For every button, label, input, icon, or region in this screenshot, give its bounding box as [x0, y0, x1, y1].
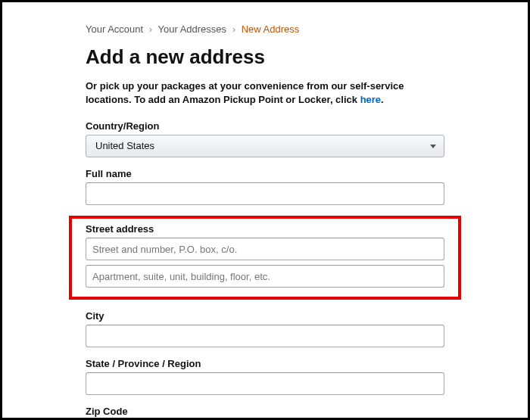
country-label: Country/Region	[86, 120, 444, 132]
city-field: City	[86, 310, 444, 347]
breadcrumb-current: New Address	[242, 23, 300, 35]
country-value: United States	[95, 140, 154, 151]
country-select[interactable]: United States	[86, 135, 444, 157]
street-field: Street address	[86, 223, 444, 288]
fullname-input[interactable]	[86, 182, 444, 205]
breadcrumb: Your Account › Your Addresses › New Addr…	[86, 23, 444, 35]
chevron-right-icon: ›	[232, 23, 235, 35]
fullname-field: Full name	[86, 168, 444, 205]
breadcrumb-item-account[interactable]: Your Account	[86, 23, 143, 35]
pickup-subtext: Or pick up your packages at your conveni…	[86, 79, 444, 107]
state-label: State / Province / Region	[86, 358, 444, 369]
city-label: City	[86, 310, 444, 322]
chevron-right-icon: ›	[149, 23, 152, 35]
zip-field: Zip Code	[86, 406, 444, 420]
country-field: Country/Region United States	[86, 120, 444, 157]
city-input[interactable]	[86, 325, 444, 347]
state-input[interactable]	[86, 372, 444, 395]
street-line2-input[interactable]	[86, 265, 444, 288]
fullname-label: Full name	[86, 168, 444, 179]
street-highlight: Street address	[69, 216, 461, 300]
page-title: Add a new address	[86, 45, 444, 69]
breadcrumb-item-addresses[interactable]: Your Addresses	[158, 23, 227, 35]
pickup-link[interactable]: here	[360, 94, 381, 105]
state-field: State / Province / Region	[86, 358, 444, 395]
zip-label: Zip Code	[86, 406, 444, 417]
street-line1-input[interactable]	[86, 238, 444, 260]
street-label: Street address	[86, 223, 444, 235]
